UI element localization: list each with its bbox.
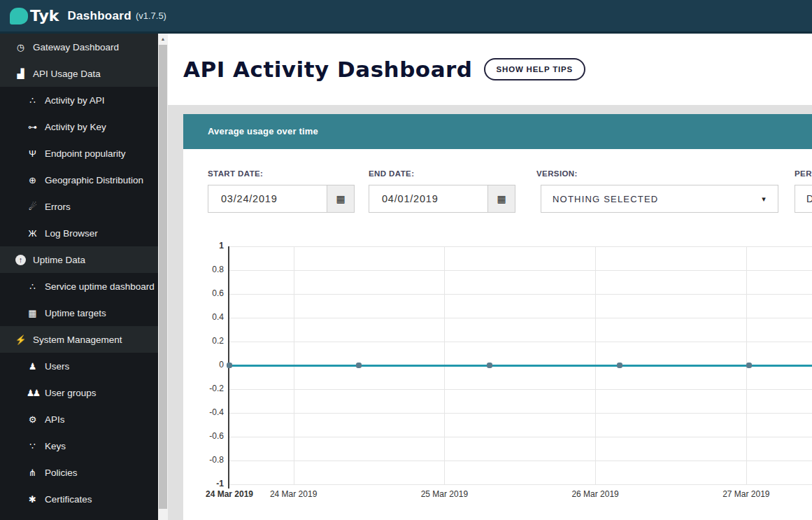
y-tick-label: 0.2 [196,336,224,346]
sidebar-item-label: Geographic Distribution [45,175,143,185]
y-tick-label: -0.4 [196,407,224,417]
period-label: PERIOD: [795,169,812,178]
sidebar-item-label: Errors [45,202,71,212]
page-header: API Activity Dashboard SHOW HELP TIPS [168,34,812,105]
sidebar-item-activity-by-key[interactable]: ⊶Activity by Key [0,113,158,140]
bar-chart-icon: ▟ [14,69,27,79]
y-gridline [229,389,812,390]
sidebar-nav: ◷Gateway Dashboard▟API Usage Data∴Activi… [0,34,158,520]
sidebar-item-label: Certificates [45,494,92,505]
sidebar-item-label: Activity by API [45,95,105,106]
x-tick-label: 27 Mar 2019 [722,489,769,499]
main-area: API Activity Dashboard SHOW HELP TIPS Av… [168,34,812,520]
sidebar-item-user-groups[interactable]: ♟♟User groups [0,379,158,406]
x-tick-label: 24 Mar 2019 [206,489,253,499]
key-icon: ⊶ [26,122,39,132]
scrollbar-thumb[interactable] [159,45,167,509]
sidebar-item-service-uptime-dashboard[interactable]: ∴Service uptime dashboard [0,273,158,300]
sidebar-item-users[interactable]: ♟Users [0,353,158,379]
panel-body: START DATE: ▦ END DATE: ▦ [183,149,812,520]
sidebar-item-geographic-distribution[interactable]: ⊕Geographic Distribution [0,167,158,193]
version-selected-value: NOTHING SELECTED [553,194,658,204]
sidebar-item-label: Service uptime dashboard [45,281,155,292]
sidebar-item-label: Keys [45,441,66,451]
y-tick-label: 1 [196,241,224,251]
sidebar-scrollbar[interactable]: ▲ [158,34,168,520]
sidebar-item-apis[interactable]: ⚙APIs [0,406,158,433]
start-date-label: START DATE: [208,169,355,178]
sidebar-item-label: Activity by Key [45,122,106,132]
content-background: Average usage over time START DATE: ▦ EN… [168,105,812,520]
sidebar-item-label: Uptime targets [45,308,106,318]
product-name: Dashboard [67,9,131,23]
y-gridline [229,270,812,271]
average-usage-panel: Average usage over time START DATE: ▦ EN… [183,114,812,520]
data-point-marker[interactable] [227,363,232,368]
sidebar-item-system-management[interactable]: ⚡System Management [0,326,158,353]
y-gridline [229,484,812,485]
sidebar-item-label: System Management [33,335,122,345]
data-point-marker[interactable] [356,363,362,368]
bug-icon: Ж [26,228,39,239]
cogs-icon: ⚙ [26,414,39,425]
sidebar-item-label: Gateway Dashboard [33,42,119,52]
sidebar-item-api-usage-data[interactable]: ▟API Usage Data [0,60,158,87]
sidebar-item-uptime-targets[interactable]: ▦Uptime targets [0,300,158,326]
end-date-input[interactable] [369,185,487,213]
sidebar-item-label: APIs [45,414,65,425]
sidebar-item-endpoint-popularity[interactable]: ΨEndpoint popularity [0,140,158,167]
sidebar-item-policies[interactable]: ⋔Policies [0,459,158,486]
certificate-icon: ✱ [26,494,39,505]
y-tick-label: 0.6 [196,288,224,298]
table-icon: ▦ [26,308,39,318]
cluster-icon: ∴ [26,281,39,292]
y-gridline [229,246,812,247]
period-select[interactable]: Daily [795,185,812,213]
end-date-group: END DATE: ▦ [369,169,515,213]
scrollbar-up-arrow-icon[interactable]: ▲ [158,34,168,45]
start-date-input[interactable] [208,185,327,213]
sidebar-item-errors[interactable]: ☄Errors [0,193,158,220]
version-group: VERSION: NOTHING SELECTED ▾ [536,169,778,213]
sidebar-item-label: Policies [45,468,78,478]
data-point-marker[interactable] [487,363,492,368]
y-gridline [229,461,812,461]
sidebar-item-uptime-data[interactable]: ↑Uptime Data [0,246,158,273]
sidebar-item-label: Log Browser [45,228,98,239]
usage-line-chart: 10.80.60.40.20-0.2-0.4-0.6-0.8-124 Mar 2… [229,246,812,484]
period-group: PERIOD: Daily [795,169,812,213]
y-tick-label: 0 [196,360,224,370]
sidebar-item-gateway-dashboard[interactable]: ◷Gateway Dashboard [0,34,158,60]
y-gridline [229,318,812,318]
y-gridline [229,413,812,414]
panel-header: Average usage over time [183,114,812,149]
y-tick-label: -0.8 [196,455,224,465]
version-select[interactable]: NOTHING SELECTED ▾ [541,185,778,213]
calendar-icon[interactable]: ▦ [327,185,355,213]
sidebar-item-label: API Usage Data [33,69,101,79]
data-point-marker[interactable] [617,363,622,368]
sidebar-item-certificates[interactable]: ✱Certificates [0,486,158,512]
y-tick-label: 0.8 [196,265,224,274]
y-tick-label: -1 [196,479,224,489]
end-date-label: END DATE: [369,169,515,178]
sidebar-item-log-browser[interactable]: ЖLog Browser [0,220,158,246]
sidebar-item-label: Users [45,361,69,372]
brand-name: Tyk [30,7,59,24]
arrow-up-circle-icon: ↑ [15,255,26,265]
globe-icon: ⊕ [26,175,39,185]
sidebar-item-label: User groups [45,388,97,398]
x-tick-label: 26 Mar 2019 [571,489,618,499]
sidebar-item-label: Endpoint popularity [45,148,126,159]
data-point-marker[interactable] [746,363,752,368]
series-line [229,365,812,367]
sidebar-item-keys[interactable]: ∵Keys [0,433,158,459]
sidebar-item-label: Uptime Data [33,255,85,265]
sidebar-item-activity-by-api[interactable]: ∴Activity by API [0,87,158,113]
version-label: (v1.7.5) [136,10,166,21]
calendar-icon[interactable]: ▦ [487,185,515,213]
y-gridline [229,342,812,342]
show-help-tips-button[interactable]: SHOW HELP TIPS [484,58,585,80]
y-tick-label: -0.2 [196,384,224,393]
sitemap-icon: ∵ [26,441,39,451]
